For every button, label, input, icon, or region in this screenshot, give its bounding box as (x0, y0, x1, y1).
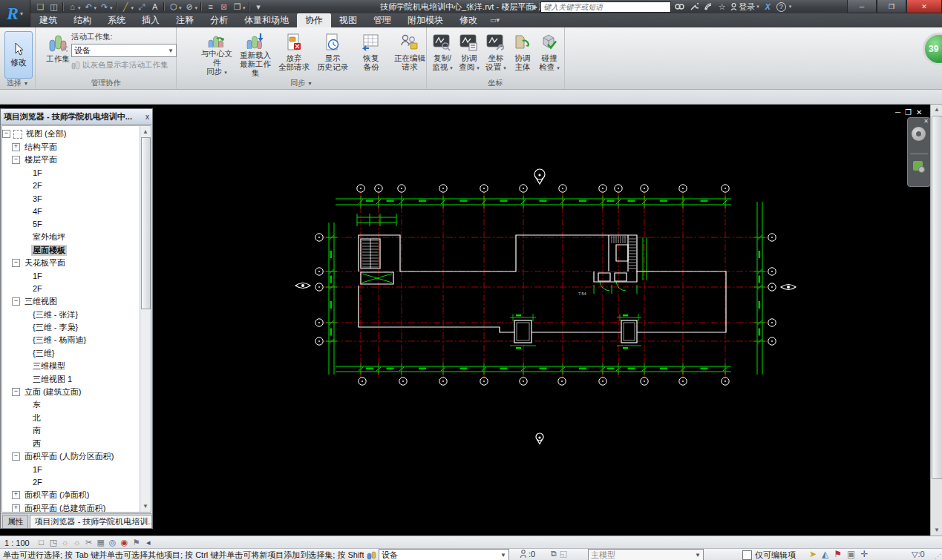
tree-item-三维视图 1[interactable]: 三维视图 1 (2, 372, 140, 385)
text-note-icon[interactable]: A (148, 1, 161, 13)
tab-修改[interactable]: 修改 (451, 13, 485, 27)
tab-视图[interactable]: 视图 (331, 13, 365, 27)
minimize-button[interactable]: ─ (847, 0, 877, 13)
synchronize-panel-label[interactable]: 同步 ▼ (177, 78, 426, 88)
tree-item-视图 (全部)[interactable]: −视图 (全部) (2, 128, 140, 140)
add-to-set-icon[interactable]: ◱ (560, 549, 567, 559)
tree-expander-icon[interactable]: + (12, 504, 20, 513)
resize-grip[interactable]: ⋰ (935, 553, 941, 560)
search-binoculars-icon[interactable] (674, 1, 685, 13)
customize-quick-access-icon[interactable]: ▾ (252, 1, 265, 13)
tree-item-天花板平面[interactable]: −天花板平面 (2, 257, 140, 269)
scroll-down-icon[interactable]: ▼ (931, 524, 942, 536)
tree-item-北[interactable]: 北 (2, 412, 140, 424)
tree-item-面积平面 (总建筑面积)[interactable]: +面积平面 (总建筑面积) (2, 501, 140, 513)
tree-item-2F[interactable]: 2F (2, 476, 140, 489)
worksharing-display-icon[interactable]: ⚑ (131, 538, 143, 547)
section-icon[interactable]: ⊘ (183, 1, 196, 13)
drag-on-selection-icon[interactable]: ✛ (860, 549, 868, 559)
tree-item-{三维 - 李枭}[interactable]: {三维 - 李枭} (2, 321, 140, 334)
filter-indicator[interactable]: ▽:0 (912, 550, 925, 559)
tree-item-西[interactable]: 西 (2, 437, 140, 449)
project-browser-close-icon[interactable]: x (145, 113, 149, 121)
tree-item-2F[interactable]: 2F (2, 283, 140, 295)
tab-协作[interactable]: 协作 (297, 13, 331, 27)
tab-分析[interactable]: 分析 (202, 13, 236, 27)
select-panel-label[interactable]: 选择 ▼ (0, 78, 35, 88)
relinquish-button[interactable]: 放弃全部请求 (275, 30, 313, 77)
ribbon-display-toggle-icon[interactable]: ▭▾ (490, 13, 500, 27)
tab-系统[interactable]: 系统 (99, 13, 134, 27)
tree-scroll-up-icon[interactable]: ▲ (140, 126, 151, 137)
save-icon[interactable]: ◫ (48, 1, 60, 13)
tree-expander-icon[interactable]: − (12, 297, 20, 306)
tree-item-东[interactable]: 东 (2, 398, 140, 411)
visual-style-icon[interactable]: ◳ (48, 538, 59, 547)
coordination-host-button[interactable]: 协调主体 (509, 30, 536, 77)
thin-lines-icon[interactable]: ≡ (204, 1, 217, 13)
tree-scroll-down-icon[interactable]: ▼ (140, 501, 151, 512)
tab-附加模块[interactable]: 附加模块 (399, 13, 451, 27)
exchange-apps-icon[interactable]: X (762, 1, 773, 13)
view-close-icon[interactable]: ✕ (916, 108, 926, 116)
tab-结构[interactable]: 结构 (65, 13, 99, 27)
tree-expander-icon[interactable]: − (12, 259, 20, 267)
tree-item-1F[interactable]: 1F (2, 463, 140, 475)
shadows-icon[interactable]: ☼ (71, 538, 83, 547)
tab-管理[interactable]: 管理 (365, 13, 399, 27)
reveal-hidden-elements-icon[interactable]: ◉ (119, 538, 131, 547)
scroll-up-icon[interactable]: ▲ (931, 104, 942, 115)
project-browser-title-bar[interactable]: 项目浏览器 - 技师学院机电培训中... x (1, 109, 152, 125)
copy-monitor-button[interactable]: 复制/监视 ▾ (429, 30, 456, 77)
vertical-scrollbar[interactable]: ▲ ▼ (930, 104, 942, 536)
interference-check-button[interactable]: 碰撞检查 ▾ (536, 30, 563, 77)
sun-path-icon[interactable]: ☼ (59, 538, 71, 547)
view-minimize-icon[interactable]: ─ (895, 108, 905, 116)
redo-icon[interactable]: ↷ (98, 1, 111, 13)
default-3d-view-icon[interactable]: ⬡ (167, 1, 180, 13)
browser-tab-项目浏览器[interactable]: 项目浏览器 - 技师学院机电培训... (30, 515, 152, 528)
tree-item-屋面楼板[interactable]: 屋面楼板 (2, 244, 140, 257)
history-button[interactable]: 显示历史记录 (313, 30, 352, 77)
tree-item-结构平面[interactable]: +结构平面 (2, 140, 140, 153)
tree-expander-icon[interactable]: + (12, 143, 20, 151)
tree-item-面积平面 (人防分区面积)[interactable]: −面积平面 (人防分区面积) (2, 450, 140, 463)
tree-item-4F[interactable]: 4F (2, 205, 140, 217)
tree-item-1F[interactable]: 1F (2, 166, 140, 179)
view-restore-icon[interactable]: ❐ (905, 108, 916, 116)
tree-item-室外地坪[interactable]: 室外地坪 (2, 231, 140, 243)
tree-item-2F[interactable]: 2F (2, 179, 140, 192)
default-3d-view-dropdown-icon[interactable]: ▾ (179, 5, 182, 11)
tree-scroll-thumb[interactable] (141, 137, 151, 309)
sync-with-central-dropdown-icon[interactable]: ▾ (78, 5, 81, 11)
tab-建筑[interactable]: 建筑 (31, 13, 65, 27)
sync-central-button[interactable]: 与中心文件同步 ▾ (197, 30, 236, 77)
design-option-select[interactable]: 主模型 ▼ (588, 549, 704, 560)
sync-with-central-icon[interactable]: ⌂ (66, 1, 79, 13)
scroll-left-icon[interactable]: ◂ (143, 538, 154, 547)
undo-icon[interactable]: ↶ (82, 1, 95, 13)
tree-expander-icon[interactable]: − (12, 452, 20, 461)
tree-expander-icon[interactable]: − (2, 130, 10, 138)
communication-center-icon[interactable] (702, 1, 713, 13)
close-inactive-views-icon[interactable]: ⊠ (217, 1, 230, 13)
editing-requests-button[interactable]: 正在编辑请求 (390, 30, 429, 77)
tree-expander-icon[interactable]: − (12, 388, 20, 396)
infocenter-expander-icon[interactable]: ▶ (533, 4, 537, 10)
sign-in-button[interactable]: 登录 ▾ (730, 1, 759, 13)
aligned-dimension-icon[interactable]: ⤢ (135, 1, 148, 13)
tree-item-3F[interactable]: 3F (2, 192, 140, 205)
redo-dropdown-icon[interactable]: ▾ (110, 5, 113, 11)
tree-item-三维模型[interactable]: 三维模型 (2, 360, 140, 372)
tree-item-南[interactable]: 南 (2, 424, 140, 437)
coordination-review-button[interactable]: 协调查阅 ▾ (456, 30, 483, 77)
sign-in-dropdown-icon[interactable]: ▾ (756, 4, 759, 10)
zoom-tool-icon[interactable] (913, 161, 923, 171)
close-button[interactable]: ✕ (906, 0, 942, 13)
design-options-icon[interactable]: ⧉ (551, 549, 557, 559)
steering-wheel-icon[interactable] (912, 127, 926, 141)
editable-only-checkbox[interactable] (742, 550, 752, 560)
search-input[interactable] (540, 1, 671, 13)
app-menu-button[interactable]: R▾ (0, 0, 30, 27)
status-workset-select[interactable]: 设备 ▼ (379, 549, 509, 560)
